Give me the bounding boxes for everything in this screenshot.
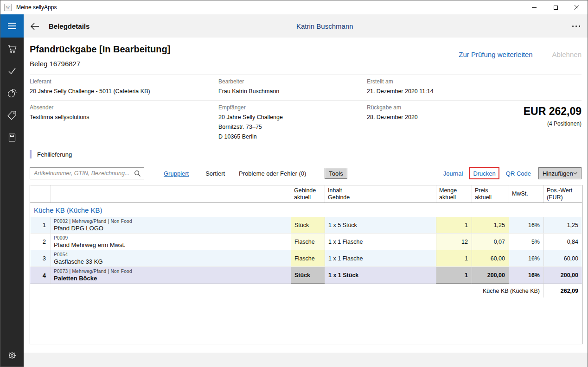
table-row-selected[interactable]: 4 P0073 | Mehrweg/Pfand | Non Food Palet…: [30, 267, 582, 284]
field-bearbeiter: Bearbeiter Frau Katrin Buschmann: [218, 78, 279, 95]
back-button[interactable]: [29, 21, 40, 32]
positions-table: Gebindeaktuell InhaltGebinde Mengeaktuel…: [30, 185, 582, 344]
search-box: [30, 167, 144, 179]
row-number: 1: [30, 217, 51, 233]
close-button[interactable]: [566, 0, 588, 14]
total-amount: EUR 262,09: [524, 105, 582, 117]
ellipsis-icon: [572, 25, 574, 27]
preis-cell[interactable]: 0,07: [472, 234, 509, 250]
gebinde-cell[interactable]: Stück: [291, 267, 325, 284]
tag-icon: [6, 110, 18, 121]
pie-chart-icon: [6, 88, 18, 99]
search-icon: [134, 170, 141, 177]
hamburger-menu-button[interactable]: [0, 14, 24, 38]
cart-icon: [6, 43, 18, 54]
article-code: P0073 | Mehrweg/Pfand | Non Food: [54, 268, 291, 274]
inhalt-cell: 1 x 5 Stück: [325, 217, 436, 233]
gebinde-cell[interactable]: Stück: [291, 217, 325, 233]
article-name: Paletten Böcke: [54, 275, 291, 282]
close-icon: [574, 5, 580, 10]
book-icon: [6, 132, 18, 143]
sidebar-item-reports[interactable]: [0, 82, 24, 104]
gebinde-cell[interactable]: Flasche: [291, 234, 325, 250]
reject-button: Ablehnen: [552, 51, 582, 58]
hamburger-icon: [8, 23, 16, 24]
user-name[interactable]: Katrin Buschmann: [296, 14, 353, 38]
field-lieferant: Lieferant 20 Jahre Selly Challenge - 501…: [30, 78, 150, 95]
print-link[interactable]: Drucken: [473, 170, 495, 177]
article-cell: P0073 | Mehrweg/Pfand | Non Food Palette…: [51, 267, 291, 284]
more-options-button[interactable]: [572, 14, 580, 38]
menge-cell[interactable]: 1: [436, 250, 472, 266]
problems-toggle[interactable]: Probleme oder Fehler (0): [239, 170, 306, 177]
sidebar-item-tasks[interactable]: [0, 60, 24, 82]
field-rueckgabe-am: Rückgabe am 28. Dezember 2020: [367, 104, 418, 121]
position-count: (4 Positionen): [524, 120, 582, 127]
add-button[interactable]: Hinzufügen: [538, 167, 582, 179]
main-content: Pfandrückgabe [In Bearbeitung] Beleg 167…: [24, 38, 588, 367]
sidebar-item-cart[interactable]: [0, 38, 24, 60]
article-name: Gasflasche 33 KG: [54, 258, 291, 266]
article-code: P0002 | Mehrweg/Pfand | Non Food: [54, 218, 291, 224]
app-window: W Meine sellyApps Belegdetails Katrin Bu…: [0, 0, 588, 367]
sidebar-item-settings[interactable]: [0, 344, 24, 367]
tools-button[interactable]: Tools: [325, 168, 347, 179]
minimize-button[interactable]: [524, 0, 545, 14]
article-name: Pfand DPG LOGO: [54, 225, 291, 232]
journal-link[interactable]: Journal: [443, 170, 463, 177]
table-row[interactable]: 3 P0054 Gasflasche 33 KG Flasche 1 x 1 F…: [30, 250, 582, 267]
header-inhalt: InhaltGebinde: [325, 185, 436, 202]
preis-cell[interactable]: 1,25: [472, 217, 509, 233]
preis-cell[interactable]: 200,00: [472, 267, 509, 284]
back-arrow-icon: [29, 21, 40, 32]
header-preis: Preisaktuell: [472, 185, 509, 202]
menge-cell[interactable]: 1: [436, 267, 472, 284]
header-wert: Pos.-Wert(EUR): [543, 185, 582, 202]
group-header[interactable]: Küche KB (Küche KB): [30, 203, 582, 217]
minimize-icon: [532, 7, 537, 8]
sorted-toggle[interactable]: Sortiert: [205, 170, 225, 177]
forward-for-review-button[interactable]: Zur Prüfung weiterleiten: [459, 51, 532, 58]
header-gebinde: Gebindeaktuell: [291, 185, 325, 202]
mwst-cell: 16%: [509, 250, 543, 266]
document-title: Pfandrückgabe [In Bearbeitung]: [30, 44, 170, 55]
table-row[interactable]: 1 P0002 | Mehrweg/Pfand | Non Food Pfand…: [30, 217, 582, 234]
sidebar-item-offers[interactable]: [0, 104, 24, 127]
flag-bar: [30, 150, 32, 158]
article-cell: P0002 | Mehrweg/Pfand | Non Food Pfand D…: [51, 217, 291, 233]
maximize-icon: [554, 6, 558, 10]
row-number: 3: [30, 250, 51, 266]
search-input[interactable]: [30, 168, 144, 179]
page-title: Belegdetails: [49, 14, 89, 38]
appbar: Belegdetails Katrin Buschmann: [0, 14, 588, 38]
wert-cell: 60,00: [543, 250, 582, 266]
table-row[interactable]: 2 P0009 Pfand Mehrweg erm Mwst. Flasche …: [30, 234, 582, 250]
inhalt-cell: 1 x 1 Flasche: [325, 250, 436, 266]
field-erstellt-am: Erstellt am 21. Dezember 2020 11:14: [367, 78, 434, 95]
print-highlight-box: Drucken: [469, 167, 499, 179]
mwst-cell: 16%: [509, 217, 543, 233]
gebinde-cell[interactable]: Flasche: [291, 250, 325, 266]
maximize-button[interactable]: [545, 0, 566, 14]
row-number: 2: [30, 234, 51, 250]
menge-cell[interactable]: 1: [436, 217, 472, 233]
header-article: [51, 185, 291, 202]
article-cell: P0009 Pfand Mehrweg erm Mwst.: [51, 234, 291, 250]
app-icon: W: [4, 4, 12, 11]
grouped-toggle[interactable]: Gruppiert: [164, 170, 189, 177]
inhalt-cell: 1 x 1 Flasche: [325, 234, 436, 250]
qr-code-link[interactable]: QR Code: [506, 170, 531, 177]
document-number: Beleg 16796827: [30, 60, 80, 68]
menge-cell[interactable]: 12: [436, 234, 472, 250]
group-footer-label: Küche KB (Küche KB): [30, 284, 543, 297]
window-title: Meine sellyApps: [16, 4, 57, 11]
header-menge: Mengeaktuell: [436, 185, 472, 202]
mwst-cell: 5%: [509, 234, 543, 250]
field-absender: Absender Testfirma sellysolutions: [30, 104, 89, 121]
article-code: P0009: [54, 235, 291, 241]
preis-cell[interactable]: 60,00: [472, 250, 509, 266]
group-footer-row: Küche KB (Küche KB) 262,09: [30, 284, 582, 297]
sidebar-item-journal[interactable]: [0, 127, 24, 149]
sidebar: [0, 38, 24, 367]
wert-cell: 0,84: [543, 234, 582, 250]
